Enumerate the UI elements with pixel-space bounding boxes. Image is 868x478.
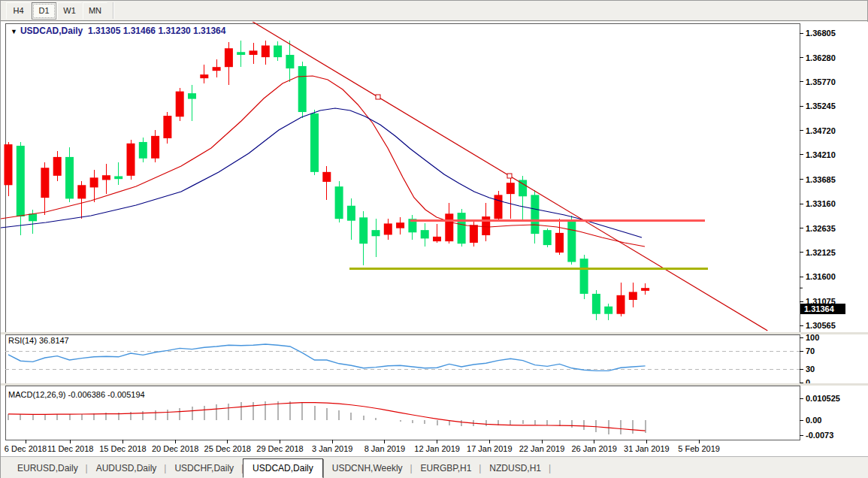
candle-body-down <box>335 186 343 219</box>
candle-body-down <box>359 217 367 244</box>
current-price-tag: 1.31364 <box>800 304 845 314</box>
rsi-value: 36.8147 <box>39 336 69 345</box>
timeframe-button-w1[interactable]: W1 <box>57 2 82 20</box>
date-tick-label: 8 Jan 2019 <box>364 444 405 453</box>
candle-body-down <box>29 213 37 221</box>
candle-body-down <box>274 46 282 58</box>
pane-splitter-rsi[interactable] <box>1 332 868 334</box>
pane-splitter-macd[interactable] <box>1 383 868 386</box>
chart-tab-eurusd-daily[interactable]: EURUSD,Daily| <box>8 460 87 476</box>
date-tick-label: 22 Jan 2019 <box>519 444 565 453</box>
candle-body-up <box>629 292 637 300</box>
rsi-line <box>8 344 646 371</box>
price-tick-label: 1.35770 <box>806 77 836 86</box>
candle-body-down <box>114 176 122 179</box>
candle-body-down <box>65 157 74 198</box>
candle-body-down <box>188 93 196 98</box>
macd-axis: 0.0105250.00-0.0073 <box>800 394 840 440</box>
candle-body-up <box>102 175 110 180</box>
timeframe-toolbar: H4D1W1MN <box>1 1 867 21</box>
macd-tick-label: -0.0073 <box>806 431 833 440</box>
chart-tabs-bar: EURUSD,Daily|AUDUSD,Daily|USDCHF,Daily|U… <box>1 456 868 478</box>
price-tick-label: 1.30565 <box>806 321 836 330</box>
date-tick-label: 6 Dec 2018 <box>5 444 47 453</box>
ma-slow-line <box>1 108 642 237</box>
date-tick-label: 31 Jan 2019 <box>624 444 670 453</box>
date-tick-label: 17 Jan 2019 <box>467 444 513 453</box>
price-tick-label: 1.33685 <box>806 175 836 184</box>
candle-body-up <box>555 233 564 253</box>
candle-body-up <box>262 46 270 58</box>
price-tick-label: 1.33160 <box>806 199 836 208</box>
tab-separator: | <box>549 463 551 473</box>
candle-body-up <box>200 74 208 78</box>
chart-tab-usdcnh-weekly[interactable]: USDCNH,Weekly| <box>323 460 412 476</box>
macd-tick-label: 0.00 <box>806 416 821 425</box>
date-tick-label: 11 Dec 2018 <box>47 444 94 453</box>
candle-body-up <box>617 295 625 314</box>
candle-body-down <box>237 52 245 55</box>
date-tick-label: 25 Dec 2018 <box>204 444 251 453</box>
date-tick-label: 3 Jan 2019 <box>312 444 352 453</box>
date-tick-label: 5 Feb 2019 <box>678 444 720 453</box>
candle-body-down <box>604 307 612 314</box>
timeframe-button-d1[interactable]: D1 <box>32 2 56 20</box>
candle-body-down <box>298 66 307 112</box>
candle-body-up <box>176 92 184 117</box>
candle-body-down <box>592 294 600 314</box>
chart-area: 1.368051.362801.357701.352451.347201.342… <box>1 22 868 456</box>
candle-body-up <box>494 195 503 219</box>
price-tick-label: 1.32635 <box>806 224 836 233</box>
rsi-tick-label: 70 <box>806 346 815 355</box>
candle-body-down <box>139 142 147 159</box>
candle-body-up <box>127 144 135 176</box>
candle-body-down <box>286 55 294 68</box>
candle-body-up <box>445 213 453 241</box>
candle-body-up <box>77 185 86 198</box>
macd-indicator-label: MACD(12,26,9) -0.006386 -0.005194 <box>8 390 145 399</box>
price-tick-label: 1.34720 <box>806 126 836 135</box>
candle-body-up <box>5 144 13 185</box>
price-tick-label: 1.34210 <box>806 150 836 159</box>
rsi-tick-label: 0 <box>806 378 810 387</box>
timeframe-button-h4[interactable]: H4 <box>6 2 31 20</box>
date-tick-label: 15 Dec 2018 <box>99 444 146 453</box>
candle-body-up <box>151 136 159 159</box>
candle-body-up <box>641 288 649 291</box>
rsi-axis: 10070300 <box>800 333 819 387</box>
price-tick-label: 1.31600 <box>806 272 836 281</box>
candle-body-up <box>53 157 62 176</box>
app-window: H4D1W1MN 1.368051.362801.357701.352451.3… <box>0 0 868 478</box>
candle-body-down <box>421 230 429 238</box>
chart-tab-audusd-daily[interactable]: AUDUSD,Daily| <box>87 460 166 476</box>
candle-body-up <box>507 183 515 194</box>
candle-body-down <box>310 113 319 172</box>
chart-tab-usdcad-daily[interactable]: USDCAD,Daily <box>243 458 323 478</box>
macd-pane <box>8 401 646 434</box>
symbol-dropdown-icon[interactable]: ▼ <box>11 28 17 35</box>
chart-tab-eurgbp-h1[interactable]: EURGBP,H1| <box>412 460 481 476</box>
candle-body-down <box>372 230 380 236</box>
chart-title-symbol: USDCAD,Daily <box>20 26 83 36</box>
chart-tab-nzdusd-h1[interactable]: NZDUSD,H1| <box>480 460 550 476</box>
price-tick-label: 1.32125 <box>806 248 836 257</box>
candle-body-down <box>543 230 552 245</box>
candle-body-up <box>433 237 441 241</box>
candle-body-down <box>347 206 355 221</box>
date-tick-label: 20 Dec 2018 <box>152 444 198 453</box>
price-tick-label: 1.36805 <box>806 29 836 38</box>
time-axis: 6 Dec 201811 Dec 201815 Dec 201820 Dec 2… <box>5 440 720 453</box>
date-tick-label: 29 Dec 2018 <box>256 444 303 453</box>
candle-body-up <box>384 223 392 234</box>
candle-body-down <box>531 195 539 234</box>
macd-tick-label: 0.010525 <box>806 394 840 403</box>
trendline-anchor <box>507 174 512 178</box>
candle-body-down <box>567 221 576 262</box>
candle-body-down <box>17 146 25 216</box>
chart-tab-usdchf-daily[interactable]: USDCHF,Daily| <box>165 460 243 476</box>
candle-body-up <box>322 172 331 182</box>
trendline-anchor <box>376 95 380 99</box>
timeframe-button-mn[interactable]: MN <box>83 2 107 20</box>
toolbar-separator <box>113 2 114 19</box>
candle-body-up <box>250 50 258 55</box>
